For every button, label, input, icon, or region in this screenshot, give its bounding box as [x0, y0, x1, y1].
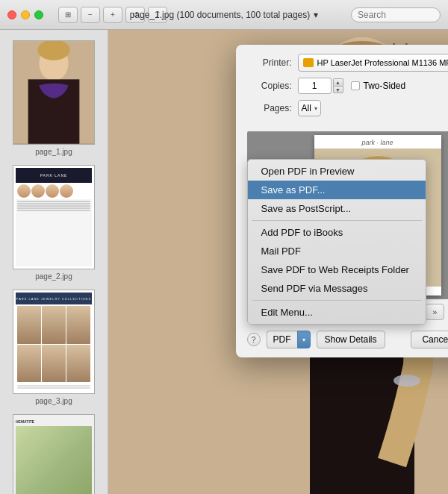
thumb3-item-2 — [42, 306, 66, 344]
nav-last-button[interactable]: » — [425, 304, 444, 320]
traffic-lights — [7, 10, 43, 19]
thumb2-title: PARK·LANE — [40, 173, 68, 178]
thumb2-line-4 — [17, 207, 90, 209]
thumb1-preview: park·lane — [13, 40, 95, 145]
copies-row: Copies: ▲ ▼ Two-Sided — [247, 78, 449, 94]
pdf-button-group: PDF ▾ — [267, 331, 311, 348]
help-button[interactable]: ? — [247, 333, 261, 346]
right-content: park·lane Printer: HP LaserJet Professio… — [108, 30, 448, 494]
minimize-button[interactable] — [21, 10, 30, 19]
thumb3-item-5 — [42, 345, 66, 383]
pages-select[interactable]: All ▾ — [298, 100, 321, 116]
menu-item-mail-pdf[interactable]: Mail PDF — [248, 242, 426, 260]
thumb2-label: page_2.jpg — [7, 272, 100, 281]
dialog-body: Printer: HP LaserJet Professional M1136 … — [236, 45, 449, 131]
thumb1-label: page_1.jpg — [7, 148, 100, 156]
thumb2-body — [16, 199, 92, 266]
thumb2-line-1 — [17, 201, 90, 202]
thumb2-face-3 — [46, 184, 59, 198]
printer-icon — [303, 58, 314, 67]
sidebar-item-page2[interactable]: PARK·LANE page_2. — [0, 160, 108, 285]
zoom-in-button[interactable]: + — [103, 7, 122, 23]
cancel-button[interactable]: Cancel — [411, 331, 448, 348]
thumb3-title: PARK LANE JEWELRY COLLECTIONS — [16, 297, 91, 301]
pages-value: All — [302, 103, 311, 113]
thumb3-text — [16, 384, 92, 391]
thumb2-header: PARK·LANE — [16, 168, 92, 183]
thumb3-grid — [16, 304, 92, 384]
titlebar: ⊞ − + ↺ ⤴ page_1.jpg (100 documents, 100… — [0, 0, 448, 30]
thumb4-image: HEMATITE — [13, 415, 94, 494]
show-details-button[interactable]: Show Details — [317, 331, 385, 348]
thumb2-line-5 — [17, 210, 90, 211]
sidebar-item-page3[interactable]: PARK LANE JEWELRY COLLECTIONS — [0, 285, 108, 410]
printer-label: Printer: — [247, 57, 292, 68]
close-button[interactable] — [7, 10, 16, 19]
thumb3-item-1 — [17, 306, 41, 344]
thumb1-svg: park·lane — [13, 40, 94, 145]
svg-point-4 — [37, 40, 69, 60]
search-input[interactable] — [351, 7, 441, 22]
thumb4-preview: HEMATITE — [13, 414, 95, 494]
thumb1-image: park·lane — [13, 41, 94, 144]
thumb3-image: PARK LANE JEWELRY COLLECTIONS — [13, 290, 94, 393]
menu-divider-2 — [252, 300, 422, 301]
menu-item-open-preview[interactable]: Open PDF in Preview — [248, 162, 426, 181]
thumb2-faces — [16, 183, 92, 199]
two-sided-checkbox[interactable] — [351, 81, 360, 90]
printer-select[interactable]: HP LaserJet Professional M1136 MFP ▾ — [298, 54, 449, 72]
menu-item-save-postscript[interactable]: Save as PostScript... — [248, 199, 426, 218]
menu-item-add-ibooks[interactable]: Add PDF to iBooks — [248, 223, 426, 242]
copies-label: Copies: — [247, 81, 292, 91]
thumb3-item-4 — [17, 345, 41, 383]
thumb3-header: PARK LANE JEWELRY COLLECTIONS — [16, 293, 92, 304]
thumb2-face-1 — [17, 184, 31, 198]
sidebar-toggle-button[interactable]: ⊞ — [58, 7, 78, 23]
menu-item-edit-menu[interactable]: Edit Menu... — [248, 303, 426, 322]
title-dropdown-arrow[interactable]: ▾ — [314, 10, 318, 20]
window-title: page_1.jpg (100 documents, 100 total pag… — [130, 10, 319, 20]
thumb4-header: HEMATITE — [16, 417, 92, 426]
zoom-out-button[interactable]: − — [81, 7, 100, 23]
dialog-footer: ? PDF ▾ Open PDF in Preview Save as PDF.… — [236, 325, 449, 357]
thumb3-item-6 — [66, 345, 90, 383]
pages-arrow: ▾ — [314, 105, 317, 112]
thumb2-image: PARK·LANE — [13, 166, 94, 269]
pages-row: Pages: All ▾ — [247, 100, 449, 116]
copies-decrement[interactable]: ▼ — [333, 86, 343, 93]
thumb3-item-3 — [66, 306, 90, 344]
pdf-dropdown-button[interactable]: ▾ — [297, 331, 311, 348]
menu-item-send-messages[interactable]: Send PDF via Messages — [248, 279, 426, 298]
menu-item-save-pdf[interactable]: Save as PDF... — [248, 181, 426, 199]
copies-stepper: ▲ ▼ — [333, 78, 343, 93]
thumb3-line-2 — [17, 387, 90, 389]
sidebar-item-page4[interactable]: HEMATITE page_4.jpg — [0, 410, 108, 494]
pdf-button[interactable]: PDF — [267, 331, 297, 348]
sidebar-item-page1[interactable]: park·lane page_1.jpg — [0, 36, 108, 160]
copies-input[interactable] — [298, 78, 332, 94]
two-sided-container: Two-Sided — [351, 81, 406, 91]
window-title-text: page_1.jpg (100 documents, 100 total pag… — [130, 10, 311, 20]
thumb4-map — [16, 426, 92, 494]
printer-value: HP LaserJet Professional M1136 MFP — [317, 58, 449, 67]
printer-row: Printer: HP LaserJet Professional M1136 … — [247, 54, 449, 72]
thumb4-title: HEMATITE — [16, 419, 34, 424]
thumb2-face-4 — [60, 184, 73, 198]
thumb2-preview: PARK·LANE — [13, 165, 95, 269]
menu-item-save-web-receipts[interactable]: Save PDF to Web Receipts Folder — [248, 260, 426, 279]
main-content: park·lane page_1.jpg PARK·LANE — [0, 30, 448, 494]
svg-point-10 — [393, 375, 420, 387]
thumb2-line-3 — [17, 205, 90, 207]
pdf-dropdown-menu: Open PDF in Preview Save as PDF... Save … — [247, 159, 426, 325]
pages-label: Pages: — [247, 103, 292, 113]
thumb3-preview: PARK LANE JEWELRY COLLECTIONS — [13, 290, 95, 394]
maximize-button[interactable] — [34, 10, 43, 19]
printer-select-text: HP LaserJet Professional M1136 MFP — [303, 58, 449, 67]
thumb2-line-2 — [17, 203, 90, 204]
menu-divider-1 — [252, 220, 422, 221]
search-area — [351, 7, 441, 22]
copies-increment[interactable]: ▲ — [333, 78, 343, 86]
thumb2-face-2 — [31, 184, 45, 198]
preview-logo: park · lane — [314, 135, 441, 148]
print-dialog: Printer: HP LaserJet Professional M1136 … — [236, 45, 449, 357]
